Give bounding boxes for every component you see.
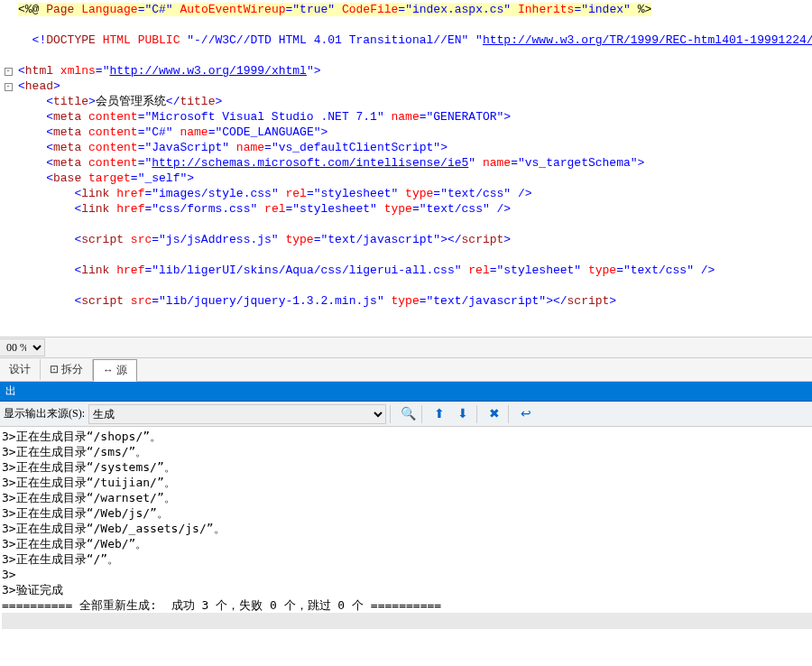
tab-split[interactable]: ⊡ 拆分	[41, 359, 93, 380]
code-line[interactable]: <meta content="Microsoft Visual Studio .…	[0, 109, 812, 125]
code-editor[interactable]: <%@ Page Language="C#" AutoEventWireup="…	[0, 0, 812, 337]
output-line: 3>	[2, 567, 812, 582]
output-empty-strip	[2, 613, 812, 629]
code-line[interactable]: <base target="_self">	[0, 171, 812, 186]
output-line: 3>正在生成目录“/sms/”。	[2, 444, 812, 459]
zoom-select[interactable]: 00 %	[0, 338, 45, 356]
find-message-icon[interactable]: 🔍	[398, 404, 418, 424]
code-line[interactable]: <meta content="C#" name="CODE_LANGUAGE">	[0, 125, 812, 140]
output-line: 3>正在生成目录“/systems/”。	[2, 459, 812, 475]
code-line[interactable]: <!DOCTYPE HTML PUBLIC "-//W3C//DTD HTML …	[0, 32, 812, 48]
tab-source[interactable]: ↔ 源	[93, 359, 137, 382]
prev-message-icon[interactable]: ⬆	[429, 404, 449, 424]
output-line: 3>验证完成	[2, 582, 812, 597]
clear-all-icon[interactable]: ✖	[484, 404, 504, 424]
code-line[interactable]: <%@ Page Language="C#" AutoEventWireup="…	[0, 2, 812, 17]
output-line: ========== 全部重新生成: 成功 3 个，失败 0 个，跳过 0 个 …	[2, 597, 812, 613]
output-panel-header[interactable]: 出	[0, 382, 812, 402]
code-line[interactable]: <title>会员管理系统</title>	[0, 94, 812, 109]
fold-icon[interactable]: -	[5, 83, 13, 91]
toggle-wrap-icon[interactable]: ↩	[516, 404, 536, 424]
fold-icon[interactable]: -	[5, 68, 13, 76]
output-line: 3>正在生成目录“/”。	[2, 551, 812, 567]
view-tabs: 设计 ⊡ 拆分 ↔ 源	[0, 358, 812, 382]
output-source-label: 显示输出来源(S):	[4, 406, 85, 421]
output-line: 3>正在生成目录“/shops/”。	[2, 429, 812, 444]
output-toolbar: 显示输出来源(S): 生成 🔍 ⬆ ⬇ ✖ ↩	[0, 402, 812, 427]
code-line[interactable]: <script src="lib/jquery/jquery-1.3.2.min…	[0, 293, 812, 309]
code-line[interactable]: <script src="js/jsAddress.js" type="text…	[0, 232, 812, 247]
code-line[interactable]: <link href="css/forms.css" rel="styleshe…	[0, 201, 812, 217]
output-line: 3>正在生成目录“/warnset/”。	[2, 490, 812, 505]
code-line[interactable]: <link href="lib/ligerUI/skins/Aqua/css/l…	[0, 263, 812, 278]
output-line: 3>正在生成目录“/Web/js/”。	[2, 505, 812, 521]
code-line[interactable]: -<html xmlns="http://www.w3.org/1999/xht…	[0, 63, 812, 79]
code-line[interactable]: <meta content="http://schemas.microsoft.…	[0, 155, 812, 171]
output-line: 3>正在生成目录“/Web/_assets/js/”。	[2, 521, 812, 536]
next-message-icon[interactable]: ⬇	[453, 404, 473, 424]
output-line: 3>正在生成目录“/tuijian/”。	[2, 475, 812, 490]
tab-design[interactable]: 设计	[0, 359, 41, 380]
code-line[interactable]: <link href="images/style.css" rel="style…	[0, 186, 812, 201]
code-line[interactable]: -<head>	[0, 79, 812, 94]
output-pane[interactable]: 3>正在生成目录“/shops/”。 3>正在生成目录“/sms/”。 3>正在…	[0, 427, 812, 666]
code-line[interactable]: <meta content="JavaScript" name="vs_defa…	[0, 140, 812, 155]
output-line: 3>正在生成目录“/Web/”。	[2, 536, 812, 551]
zoom-bar: 00 %	[0, 337, 812, 358]
output-source-select[interactable]: 生成	[88, 404, 386, 424]
